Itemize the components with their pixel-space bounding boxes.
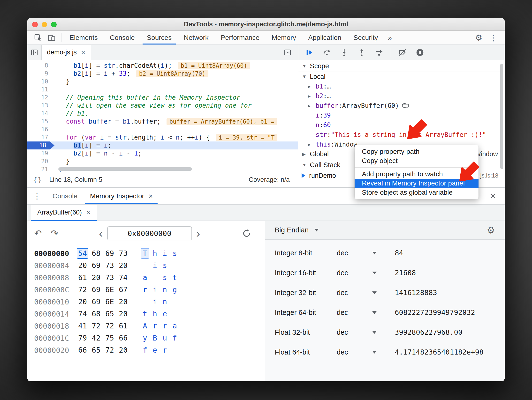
hex-byte[interactable]: 20 [90,272,102,283]
ascii-char[interactable]: u [160,333,169,343]
line-number[interactable]: 13 [27,102,54,110]
hex-byte[interactable]: 42 [90,333,102,343]
ascii-char[interactable]: s [160,260,169,271]
deactivate-breakpoints-icon[interactable] [398,48,407,57]
resume-script-icon[interactable] [305,48,314,57]
ascii-char[interactable] [170,345,179,356]
endianness-select[interactable]: Big Endian [275,226,309,234]
disclosure-triangle-icon[interactable]: ▶ [308,103,316,108]
vertical-scrollbar[interactable] [500,64,503,169]
hex-byte[interactable]: 75 [104,333,115,343]
ascii-char[interactable] [151,272,159,283]
drawer-tab-console[interactable]: Console [46,188,84,204]
scope-row-str[interactable]: str: "This is a string in the ArrayBuffe… [298,130,505,140]
zoom-window-button[interactable] [51,22,57,27]
hex-byte[interactable]: 72 [104,321,115,331]
tab-sources[interactable]: Sources [141,31,178,44]
ascii-char[interactable]: r [160,345,169,356]
hex-byte[interactable]: 68 [90,248,102,259]
inspect-element-icon[interactable] [32,32,44,43]
more-tabs-icon[interactable]: » [384,31,396,44]
hex-byte[interactable]: 20 [117,345,129,356]
close-drawer-icon[interactable]: × [490,188,499,204]
ascii-char[interactable]: A [141,321,149,331]
execution-line-number[interactable]: 18 [27,141,54,149]
hex-byte[interactable]: 20 [117,296,129,307]
hex-byte[interactable]: 61 [77,272,88,283]
hex-byte[interactable]: 69 [104,248,115,259]
device-toolbar-icon[interactable] [46,32,57,43]
ascii-char[interactable]: y [141,333,149,343]
disclosure-triangle-icon[interactable]: ▼ [302,74,310,79]
tab-security[interactable]: Security [347,31,384,44]
refresh-icon[interactable] [242,228,252,238]
settings-gear-icon[interactable]: ⚙ [472,33,486,43]
hex-byte[interactable]: 41 [77,321,88,331]
ascii-char[interactable]: n [160,284,169,295]
line-number[interactable]: 11 [27,86,54,94]
ascii-char[interactable] [170,260,179,271]
step-into-icon[interactable] [340,48,349,57]
line-number[interactable]: 15 [27,118,54,126]
ascii-char[interactable]: r [160,321,169,331]
hex-byte[interactable]: 20 [77,296,88,307]
ascii-char[interactable]: i [151,296,159,307]
close-icon[interactable]: × [86,208,91,216]
hex-byte[interactable]: 69 [90,260,102,271]
hex-byte[interactable]: 66 [77,345,88,356]
line-number[interactable]: 8 [27,62,54,70]
ascii-char[interactable]: e [151,345,159,356]
tab-elements[interactable]: Elements [63,31,104,44]
hex-byte[interactable]: 74 [117,272,129,283]
hex-byte[interactable]: 73 [117,248,129,259]
line-number[interactable]: 12 [27,94,54,102]
line-number[interactable]: 16 [27,126,54,133]
hex-byte[interactable]: 73 [104,272,115,283]
ascii-char[interactable]: n [160,296,169,307]
ascii-char[interactable]: r [151,321,159,331]
disclosure-triangle-icon[interactable]: ▼ [302,162,310,168]
interpreter-settings-gear-icon[interactable]: ⚙ [487,226,495,235]
disclosure-triangle-icon[interactable]: ▶ [308,84,316,89]
buffer-tab-arraybuffer[interactable]: ArrayBuffer(60) × [31,205,97,221]
format-select[interactable]: dec [337,348,395,356]
hex-byte[interactable]: 6E [104,296,115,307]
scope-row-b1[interactable]: ▶b1: … [298,81,505,91]
scope-row-buffer[interactable]: ▶buffer: ArrayBuffer(60) [298,101,505,111]
hex-byte[interactable]: 66 [117,333,129,343]
hex-byte[interactable]: 6E [104,284,115,295]
hex-byte[interactable]: 54 [77,248,88,259]
tab-network[interactable]: Network [178,31,215,44]
tab-performance[interactable]: Performance [215,31,266,44]
format-select[interactable]: dec [337,269,395,277]
next-page-icon[interactable]: › [195,228,201,238]
redo-icon[interactable]: ↷ [51,229,58,238]
ascii-char[interactable]: r [141,284,149,295]
hex-byte[interactable]: 79 [77,333,88,343]
undo-icon[interactable]: ↶ [34,229,42,238]
drawer-tab-memory-inspector[interactable]: Memory Inspector × [84,188,159,204]
tab-application[interactable]: Application [302,31,347,44]
line-number[interactable]: 14 [27,110,54,118]
scope-row-b2[interactable]: ▶b2: … [298,91,505,101]
scope-row-local[interactable]: ▼Local [298,72,505,81]
pretty-print-icon[interactable]: {} [33,176,43,184]
minimize-window-button[interactable] [42,22,47,27]
hex-byte[interactable]: 65 [104,309,115,319]
horizontal-scrollbar[interactable] [58,167,192,171]
format-select[interactable]: dec [337,309,395,317]
hex-byte[interactable]: 20 [77,260,88,271]
more-options-kebab-icon[interactable]: ⋮ [486,33,501,43]
ascii-char[interactable]: T [141,248,149,259]
ascii-char[interactable]: i [160,248,169,259]
format-select[interactable]: dec [337,328,395,336]
hex-byte[interactable]: 67 [117,284,129,295]
step-out-icon[interactable] [357,48,366,57]
close-icon[interactable]: × [81,49,85,56]
ascii-char[interactable] [141,296,149,307]
hex-byte[interactable]: 65 [90,345,102,356]
ascii-char[interactable]: t [141,309,149,319]
memory-inspector-icon[interactable] [402,103,409,109]
line-number[interactable]: 19 [27,149,54,157]
ascii-char[interactable]: B [151,333,159,343]
